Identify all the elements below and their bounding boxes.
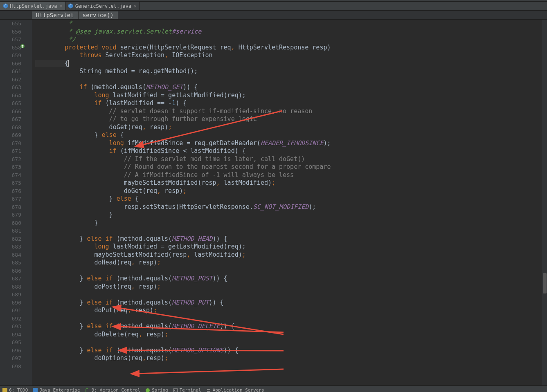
- crumb-class[interactable]: HttpServlet: [32, 11, 79, 19]
- code-line[interactable]: } else if (method.equals(METHOD_OPTIONS)…: [35, 347, 547, 355]
- tab-label: HttpServlet.java: [10, 3, 57, 9]
- editor-tabs: C HttpServlet.java × C GenericServlet.ja…: [0, 2, 547, 11]
- tab-genericservlet[interactable]: C GenericServlet.java ×: [65, 2, 140, 10]
- code-line[interactable]: } else {: [35, 131, 547, 139]
- crumb-method[interactable]: service(): [79, 11, 118, 19]
- code-line[interactable]: } else if (method.equals(METHOD_PUT)) {: [35, 299, 547, 307]
- code-line[interactable]: [35, 363, 547, 371]
- line-number: 666: [0, 108, 21, 116]
- override-icon[interactable]: [20, 43, 25, 49]
- code-editor[interactable]: 6556566576586596606616626636646656666676…: [0, 20, 547, 385]
- svg-rect-14: [207, 389, 210, 390]
- code-line[interactable]: if (method.equals(METHOD_GET)) {: [35, 83, 547, 92]
- code-line[interactable]: * @see javax.servlet.Servlet#service: [35, 28, 547, 36]
- line-number: 676: [0, 187, 21, 195]
- terminal-icon: [173, 388, 178, 392]
- line-number: 683: [0, 243, 21, 251]
- todo-icon: [2, 388, 7, 392]
- code-line[interactable]: maybeSetLastModified(resp, lastModified)…: [35, 251, 547, 259]
- code-line[interactable]: if (ifModifiedSince < lastModified) {: [35, 147, 547, 155]
- line-number: 681: [0, 227, 21, 235]
- line-number: 671: [0, 147, 21, 155]
- code-line[interactable]: doGet(req, resp);: [35, 123, 547, 132]
- line-numbers: 6556566576586596606616626636646656666676…: [0, 20, 32, 385]
- code-line[interactable]: [35, 338, 547, 347]
- code-line[interactable]: doHead(req, resp);: [35, 259, 547, 267]
- code-line[interactable]: String method = req.getMethod();: [35, 67, 547, 76]
- code-line[interactable]: long ifModifiedSince = req.getDateHeader…: [35, 139, 547, 148]
- code-line[interactable]: *: [35, 20, 547, 28]
- code-line[interactable]: [35, 291, 547, 299]
- code-line[interactable]: } else {: [35, 195, 547, 203]
- code-line[interactable]: long lastModified = getLastModified(req)…: [35, 92, 547, 100]
- svg-text:C: C: [70, 4, 72, 8]
- code-line[interactable]: // servlet doesn't support if-modified-s…: [35, 108, 547, 116]
- tool-terminal[interactable]: Terminal: [173, 388, 201, 392]
- code-line[interactable]: [35, 267, 547, 275]
- tool-spring[interactable]: Spring: [145, 388, 168, 392]
- tool-java-enterprise[interactable]: Java Enterprise: [33, 388, 80, 392]
- line-number: 672: [0, 155, 21, 164]
- line-number: 661: [0, 67, 21, 76]
- line-number: 695: [0, 338, 21, 347]
- line-number: 665: [0, 99, 21, 108]
- code-line[interactable]: long lastModified = getLastModified(req)…: [35, 243, 547, 251]
- code-line[interactable]: [35, 227, 547, 235]
- code-line[interactable]: doOptions(req,resp);: [35, 354, 547, 363]
- close-icon[interactable]: ×: [134, 3, 137, 9]
- line-number: 677: [0, 195, 21, 203]
- line-number: 696: [0, 347, 21, 355]
- svg-text:C: C: [4, 4, 6, 8]
- java-class-icon: C: [68, 3, 74, 9]
- code-line[interactable]: // to go through further expensive logic: [35, 115, 547, 123]
- tool-todo[interactable]: 6: TODO: [2, 388, 28, 392]
- scrollbar[interactable]: [542, 20, 547, 385]
- code-line[interactable]: doGet(req, resp);: [35, 187, 547, 195]
- je-icon: [33, 388, 38, 392]
- code-line[interactable]: */: [35, 36, 547, 44]
- vc-icon: [85, 388, 90, 392]
- tool-app-servers[interactable]: Application Servers: [206, 388, 264, 392]
- line-number: 680: [0, 219, 21, 227]
- code-area[interactable]: * * @see javax.servlet.Servlet#service *…: [32, 20, 547, 385]
- code-line[interactable]: doDelete(req, resp);: [35, 331, 547, 339]
- status-tools: 6: TODO Java Enterprise 9: Version Contr…: [0, 385, 547, 392]
- line-number: 669: [0, 131, 21, 139]
- code-line[interactable]: doPost(req, resp);: [35, 283, 547, 291]
- line-number: 655: [0, 20, 21, 28]
- line-number: 690: [0, 299, 21, 307]
- line-number: 692: [0, 315, 21, 323]
- line-number: 688: [0, 283, 21, 291]
- close-icon[interactable]: ×: [60, 3, 63, 9]
- tool-version-control[interactable]: 9: Version Control: [85, 388, 140, 392]
- code-line[interactable]: // Round down to the nearest second for …: [35, 163, 547, 171]
- line-number: 697: [0, 354, 21, 363]
- code-line[interactable]: doPut(req, resp);: [35, 307, 547, 315]
- code-line[interactable]: // A ifModifiedSince of -1 will always b…: [35, 171, 547, 179]
- code-line[interactable]: [35, 76, 547, 84]
- code-line[interactable]: maybeSetLastModified(resp, lastModified)…: [35, 179, 547, 187]
- code-line[interactable]: [35, 315, 547, 323]
- line-number: 687: [0, 275, 21, 283]
- line-number: 678: [0, 203, 21, 211]
- code-line[interactable]: protected void service(HttpServletReques…: [35, 44, 547, 52]
- line-number: 675: [0, 179, 21, 187]
- line-number: 682: [0, 235, 21, 243]
- code-line[interactable]: {: [35, 60, 547, 68]
- code-line[interactable]: if (lastModified == -1) {: [35, 99, 547, 108]
- code-line[interactable]: }: [35, 211, 547, 219]
- code-line[interactable]: } else if (method.equals(METHOD_POST)) {: [35, 275, 547, 283]
- code-line[interactable]: }: [35, 219, 547, 227]
- code-line[interactable]: } else if (method.equals(METHOD_DELETE))…: [35, 323, 547, 331]
- tab-label: GenericServlet.java: [75, 3, 131, 9]
- code-line[interactable]: throws ServletException, IOException: [35, 52, 547, 60]
- line-number: 668: [0, 123, 21, 132]
- tab-httpservlet[interactable]: C HttpServlet.java ×: [0, 2, 65, 10]
- code-line[interactable]: } else if (method.equals(METHOD_HEAD)) {: [35, 235, 547, 243]
- code-line[interactable]: resp.setStatus(HttpServletResponse.SC_NO…: [35, 203, 547, 211]
- line-number: 674: [0, 171, 21, 179]
- code-line[interactable]: // If the servlet mod time is later, cal…: [35, 155, 547, 164]
- java-class-icon: C: [2, 3, 8, 9]
- scrollbar-thumb[interactable]: [543, 273, 547, 293]
- line-number: 664: [0, 92, 21, 100]
